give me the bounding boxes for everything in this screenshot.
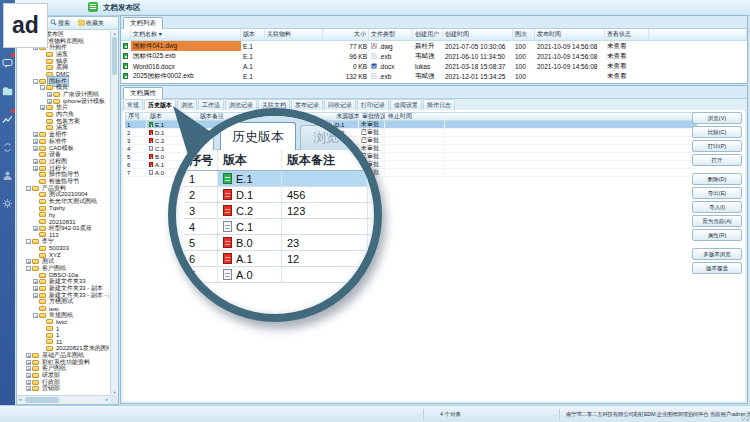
tree-item[interactable]: lwici xyxy=(18,319,109,326)
tree-toggle-icon[interactable]: + xyxy=(47,99,52,104)
tree-toggle-icon[interactable]: + xyxy=(33,293,38,298)
tree-toggle-icon[interactable]: + xyxy=(33,132,38,137)
tree-item[interactable]: +CAD模板 xyxy=(18,145,109,152)
tree-toggle-icon[interactable]: + xyxy=(26,259,31,264)
history-column-header[interactable]: 来源版本 xyxy=(334,113,360,120)
column-header[interactable]: 创建用户 xyxy=(413,29,443,40)
column-header[interactable]: 图次 xyxy=(513,29,535,40)
action-button[interactable]: 比较(C) xyxy=(692,126,742,138)
column-header[interactable]: 文件类型 xyxy=(369,29,413,40)
action-button[interactable]: 导出(E) xyxy=(692,187,742,199)
tree-toggle-icon[interactable]: + xyxy=(26,373,31,378)
tree-item[interactable]: 底脚 xyxy=(18,64,109,71)
action-button[interactable]: 属性(R) xyxy=(692,229,742,241)
column-header[interactable]: 关联物料 xyxy=(265,29,323,40)
tree-toggle-icon[interactable]: - xyxy=(33,79,38,84)
settings-icon[interactable] xyxy=(2,195,13,206)
resize-grip-icon[interactable] xyxy=(741,413,749,421)
tree-item[interactable]: +客户图纸 xyxy=(18,365,109,372)
scroll-left-icon[interactable]: ◄ xyxy=(18,396,22,404)
tree-toggle-icon[interactable]: + xyxy=(33,146,38,151)
tree-toggle-icon[interactable]: + xyxy=(26,360,31,365)
tree-item[interactable]: +营销部 xyxy=(18,385,109,392)
action-button[interactable]: 打印(P) xyxy=(692,140,742,152)
tab-properties[interactable]: 操作日志 xyxy=(423,99,455,110)
column-header[interactable]: 版本 xyxy=(241,29,265,40)
tree-toggle-icon[interactable]: + xyxy=(33,226,38,231)
tree-item[interactable]: -李宁 xyxy=(18,238,109,245)
history-column-header[interactable]: 序号 xyxy=(126,113,148,120)
file-row[interactable]: 国标件041.dwgE.177 KB.dwg聂桂升2021-07-05 10:3… xyxy=(121,41,747,51)
file-row[interactable]: 2025国标件0002.exbE.1132 KB.exb韦斌强2021-12-0… xyxy=(121,71,747,81)
tree-item[interactable]: 长光华大测试图纸 xyxy=(18,198,109,205)
tree-toggle-icon[interactable]: + xyxy=(33,166,38,171)
tree-toggle-icon[interactable]: - xyxy=(33,313,38,318)
tree-toolbar-button-search[interactable]: 搜索 xyxy=(47,17,73,29)
column-header[interactable]: 查看状态 xyxy=(605,29,649,40)
scrollbar-thumb[interactable] xyxy=(112,37,117,75)
tree-item[interactable]: 500303 xyxy=(18,245,109,252)
tab-properties[interactable]: 回收记录 xyxy=(324,99,356,110)
tab-properties[interactable]: 浏览 xyxy=(177,99,197,110)
tab-properties[interactable]: 常规 xyxy=(123,99,143,110)
tree-vscrollbar[interactable]: ▲ ▼ xyxy=(110,31,118,395)
scroll-up-icon[interactable]: ▲ xyxy=(111,31,118,36)
tab-document-list[interactable]: 文档列表 xyxy=(123,17,163,29)
tree-toggle-icon[interactable]: + xyxy=(47,92,52,97)
tree-toggle-icon[interactable]: - xyxy=(26,266,31,271)
tree-toggle-icon[interactable]: + xyxy=(26,380,31,385)
messages-icon[interactable] xyxy=(2,55,13,66)
magnifier-row: 6A.112 xyxy=(184,251,372,267)
tree-toggle-icon[interactable]: + xyxy=(40,105,45,110)
tree-toggle-icon[interactable]: + xyxy=(33,279,38,284)
tree-item[interactable]: 1 xyxy=(18,325,109,332)
column-header[interactable]: 文档名称 ▾ xyxy=(131,29,241,40)
activity-icon[interactable] xyxy=(2,111,13,122)
history-column-header[interactable]: 版本 xyxy=(148,113,198,120)
scroll-right-icon[interactable]: ► xyxy=(105,396,109,404)
column-header[interactable]: 创建时间 xyxy=(443,29,513,40)
tree-toggle-icon[interactable]: + xyxy=(26,366,31,371)
contacts-icon[interactable] xyxy=(2,167,13,178)
tree-item[interactable]: +轻型942-01底座 xyxy=(18,225,109,232)
sync-icon[interactable] xyxy=(2,139,13,150)
action-button[interactable]: 删除(D) xyxy=(692,173,742,185)
file-row[interactable]: 国标件025.exbE.196 KB.exb韦斌强2021-06-10 11:3… xyxy=(121,51,747,61)
tab-properties[interactable]: 工作流 xyxy=(198,99,224,110)
column-header[interactable]: 大小 xyxy=(323,29,369,40)
tree-toolbar-button-favorites[interactable]: 收藏夹 xyxy=(75,17,107,29)
column-header[interactable]: 发布时间 xyxy=(535,29,605,40)
tree-hscrollbar[interactable]: ◄ ► xyxy=(17,395,110,404)
tree-toggle-icon[interactable]: + xyxy=(26,353,31,358)
folder-icon[interactable] xyxy=(2,83,13,94)
action-button[interactable]: 多版本浏览 xyxy=(692,248,742,260)
tab-properties[interactable]: 打印记录 xyxy=(357,99,389,110)
tree-toggle-icon[interactable]: - xyxy=(40,85,45,90)
file-row[interactable]: Word016.docxA.10 KB.docxlukas2021-03-18 … xyxy=(121,61,747,71)
tab-document-properties[interactable]: 文档属性 xyxy=(123,87,163,99)
tree-toggle-icon[interactable]: + xyxy=(33,159,38,164)
tree-toggle-icon[interactable]: + xyxy=(33,286,38,291)
tab-properties[interactable]: 借阅设置 xyxy=(390,99,422,110)
file-type: .exb xyxy=(369,71,413,81)
tree-toggle-icon[interactable]: + xyxy=(26,386,31,391)
history-column-header[interactable]: 终止时间 xyxy=(386,113,446,120)
tree-item[interactable]: -常规图纸 xyxy=(18,312,109,319)
tab-properties[interactable]: 发布记录 xyxy=(291,99,323,110)
tree-toggle-icon[interactable]: - xyxy=(26,239,31,244)
action-button[interactable]: 置为当前(A) xyxy=(692,215,742,227)
action-button[interactable]: 版本覆盖 xyxy=(692,262,742,274)
action-button[interactable]: 打开 xyxy=(692,154,742,166)
history-column-header[interactable]: 审批情况 xyxy=(360,113,386,120)
tree-item[interactable]: -客户图纸 xyxy=(18,265,109,272)
tree-item[interactable]: XYZ xyxy=(18,252,109,259)
tree-toggle-icon[interactable]: - xyxy=(26,186,31,191)
tree-toggle-icon[interactable]: + xyxy=(33,139,38,144)
action-button[interactable]: 导入(I) xyxy=(692,201,742,213)
action-button[interactable]: 浏览(V) xyxy=(692,112,742,124)
tree-item[interactable]: 1 xyxy=(18,332,109,339)
tree-item[interactable]: +行政部 xyxy=(18,379,109,386)
tab-properties[interactable]: 浏览记录 xyxy=(225,99,257,110)
tree-item[interactable]: hy xyxy=(18,212,109,219)
scrollbar-thumb[interactable] xyxy=(25,397,59,403)
